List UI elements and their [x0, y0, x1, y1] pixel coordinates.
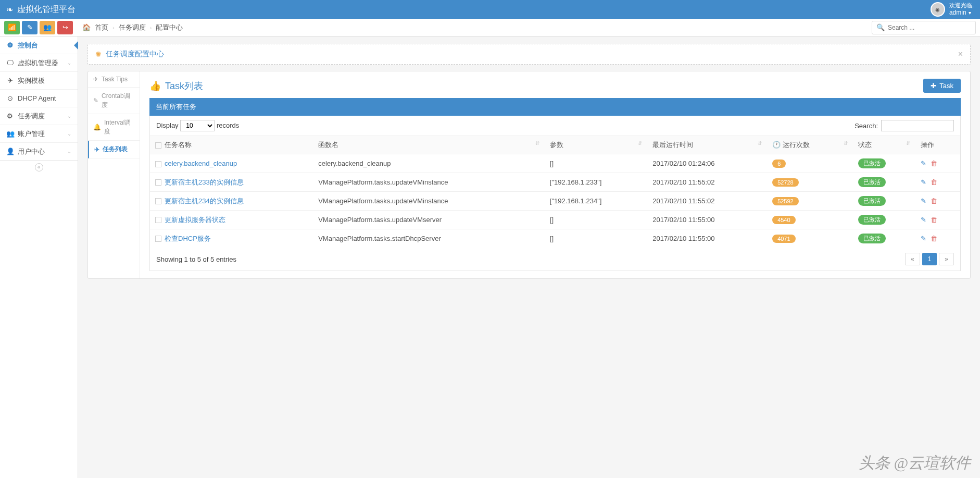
edit-icon: ✎	[93, 97, 98, 104]
main-content: ✺ 任务调度配置中心 × ✈ Task Tips ✎ Crontab调度 🔔 I…	[78, 36, 980, 478]
cell-params: ["192.168.1.234"]	[545, 192, 647, 211]
task-name-link[interactable]: 更新虚拟服务器状态	[165, 216, 225, 224]
sidebar-item-label: 任务调度	[18, 112, 63, 121]
breadcrumb-home[interactable]: 首页	[95, 23, 108, 32]
stats-button[interactable]: 📶	[4, 21, 20, 34]
pane-title-text: Task列表	[165, 80, 203, 92]
user-area[interactable]: ◉ 欢迎光临, admin ▾	[931, 2, 974, 17]
breadcrumb-item-2[interactable]: 配置中心	[156, 23, 183, 32]
watermark: 头条 @云瑄软件	[859, 452, 971, 474]
run-count-badge: 4071	[772, 235, 795, 243]
status-badge: 已激活	[858, 158, 886, 168]
vtab-tips[interactable]: ✈ Task Tips	[88, 71, 140, 88]
sidebar-collapse[interactable]: «	[0, 161, 78, 173]
records-label: records	[217, 121, 239, 129]
task-name-link[interactable]: 检查DHCP服务	[165, 235, 211, 242]
display-select[interactable]: 10	[180, 120, 215, 131]
sidebar-item-vm-manager[interactable]: 🖵 虚拟机管理器 ⌄	[0, 54, 78, 72]
edit-icon[interactable]: ✎	[921, 178, 926, 186]
checkbox[interactable]	[155, 236, 161, 242]
vtab-interval[interactable]: 🔔 Interval调度	[88, 114, 140, 141]
edit-button[interactable]: ✎	[22, 21, 37, 34]
layout: ❁ 控制台 🖵 虚拟机管理器 ⌄ ✈ 实例模板 ⊙ DHCP Agent ⚙ 任…	[0, 36, 980, 478]
breadcrumb-item-1[interactable]: 任务调度	[119, 23, 146, 32]
vtab-crontab[interactable]: ✎ Crontab调度	[88, 88, 140, 114]
sidebar-item-label: 实例模板	[18, 76, 71, 85]
run-count-badge: 52592	[772, 197, 799, 205]
table-search-input[interactable]	[881, 120, 954, 131]
chevron-down-icon[interactable]: ▾	[969, 10, 971, 16]
table-row: 检查DHCP服务 VManagePlatform.tasks.startDhcp…	[150, 229, 960, 248]
sort-icon: ⇵	[638, 140, 642, 146]
sidebar-item-tasks[interactable]: ⚙ 任务调度 ⌄	[0, 107, 78, 125]
th-lastrun[interactable]: 最后运行时间⇵	[647, 136, 767, 154]
group-button[interactable]: 👥	[40, 21, 55, 34]
table-bar: 当前所有任务	[149, 98, 961, 116]
checkbox-all[interactable]	[155, 142, 161, 149]
trash-icon[interactable]: 🗑	[931, 160, 937, 167]
sidebar-item-accounts[interactable]: 👥 账户管理 ⌄	[0, 125, 78, 143]
add-task-button[interactable]: ✚ Task	[923, 79, 961, 93]
checkbox[interactable]	[155, 198, 161, 204]
th-func[interactable]: 函数名⇵	[313, 136, 545, 154]
chevron-down-icon: ⌄	[67, 149, 71, 154]
task-name-link[interactable]: celery.backend_cleanup	[165, 160, 237, 167]
checkbox[interactable]	[155, 179, 161, 186]
th-count[interactable]: 🕐 运行次数⇵	[767, 136, 852, 154]
cell-lastrun: 2017/02/10 11:55:00	[647, 229, 767, 248]
top-header: ❧ 虚拟化管理平台 ◉ 欢迎光临, admin ▾	[0, 0, 980, 19]
close-icon[interactable]: ×	[958, 50, 963, 59]
task-name-link[interactable]: 更新宿主机234的实例信息	[165, 197, 244, 205]
user-icon: 👤	[6, 148, 14, 155]
th-params[interactable]: 参数⇵	[545, 136, 647, 154]
vtab-tasklist[interactable]: ✈ 任务列表	[88, 141, 140, 158]
avatar[interactable]: ◉	[931, 2, 945, 17]
users-icon: 👥	[6, 130, 14, 138]
dashboard-icon: ❁	[6, 41, 14, 49]
cell-func: VManagePlatform.tasks.updateVMinstance	[313, 192, 545, 211]
trash-icon[interactable]: 🗑	[931, 216, 937, 224]
cell-lastrun: 2017/02/10 11:55:02	[647, 173, 767, 192]
th-status[interactable]: 状态⇵	[853, 136, 916, 154]
cell-params: ["192.168.1.233"]	[545, 173, 647, 192]
brand-title: 虚拟化管理平台	[17, 4, 76, 15]
home-icon[interactable]: 🏠	[82, 23, 91, 31]
alert-panel: ✺ 任务调度配置中心 ×	[87, 44, 971, 65]
cell-params: []	[545, 229, 647, 248]
table-row: 更新宿主机234的实例信息 VManagePlatform.tasks.upda…	[150, 192, 960, 211]
breadcrumb-sep: ›	[112, 24, 115, 31]
sidebar-item-label: DHCP Agent	[18, 94, 71, 102]
toolbar-buttons: 📶 ✎ 👥 ↪	[4, 21, 73, 34]
table-row: 更新宿主机233的实例信息 VManagePlatform.tasks.upda…	[150, 173, 960, 192]
greeting-text: 欢迎光临,	[949, 2, 974, 9]
pane: 👍 Task列表 ✚ Task 当前所有任务 Display 10	[140, 71, 970, 278]
trash-icon[interactable]: 🗑	[931, 235, 937, 242]
edit-icon[interactable]: ✎	[921, 235, 926, 242]
add-task-label: Task	[939, 82, 953, 90]
edit-icon[interactable]: ✎	[921, 160, 926, 167]
sidebar-item-dhcp[interactable]: ⊙ DHCP Agent	[0, 90, 78, 107]
pager-prev[interactable]: «	[905, 253, 920, 265]
spinner-icon: ✺	[95, 50, 102, 58]
pager-next[interactable]: »	[939, 253, 954, 265]
vtab-label: Task Tips	[102, 76, 128, 83]
sidebar-item-templates[interactable]: ✈ 实例模板	[0, 72, 78, 90]
search-input[interactable]	[888, 24, 971, 31]
sidebar-item-usercenter[interactable]: 👤 用户中心 ⌄	[0, 143, 78, 161]
vertical-tabs: ✈ Task Tips ✎ Crontab调度 🔔 Interval调度 ✈ 任…	[88, 71, 140, 278]
toolbar: 📶 ✎ 👥 ↪ 🏠 首页 › 任务调度 › 配置中心 🔍	[0, 19, 980, 36]
edit-icon[interactable]: ✎	[921, 197, 926, 205]
checkbox[interactable]	[155, 217, 161, 223]
pager-page[interactable]: 1	[922, 253, 937, 265]
trash-icon[interactable]: 🗑	[931, 197, 937, 205]
cell-lastrun: 2017/02/10 11:55:00	[647, 211, 767, 229]
share-button[interactable]: ↪	[57, 21, 73, 34]
global-search[interactable]: 🔍	[872, 21, 976, 34]
trash-icon[interactable]: 🗑	[931, 178, 937, 186]
edit-icon[interactable]: ✎	[921, 216, 926, 224]
task-name-link[interactable]: 更新宿主机233的实例信息	[165, 178, 244, 186]
th-name[interactable]: 任务名称	[150, 136, 313, 154]
sidebar-item-dashboard[interactable]: ❁ 控制台	[0, 36, 78, 54]
checkbox[interactable]	[155, 161, 161, 167]
sort-icon: ⇵	[906, 140, 910, 146]
